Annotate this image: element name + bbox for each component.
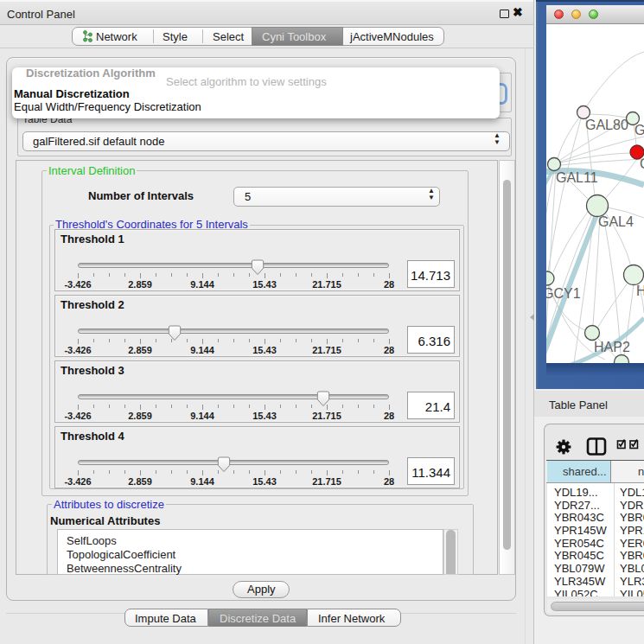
svg-text:GAL80: GAL80 — [585, 118, 628, 132]
svg-text:GA: GA — [634, 123, 644, 137]
svg-text:GAL4: GAL4 — [598, 214, 634, 229]
svg-text:GCY1: GCY1 — [546, 286, 581, 301]
svg-text:H: H — [636, 284, 644, 298]
svg-text:HAP2: HAP2 — [594, 340, 630, 354]
svg-text:C: C — [640, 156, 644, 171]
svg-text:GAL11: GAL11 — [556, 170, 598, 185]
